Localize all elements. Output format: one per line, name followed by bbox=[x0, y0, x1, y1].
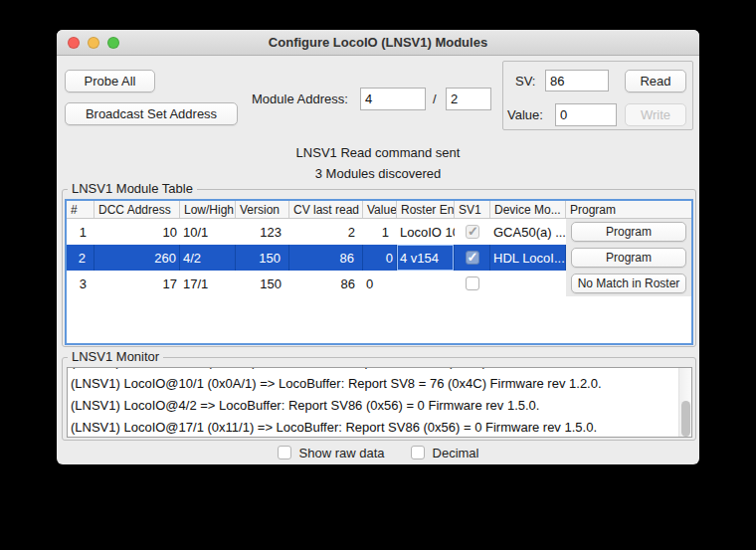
table-header: # DCC Address Low/High Version CV last r… bbox=[67, 201, 691, 219]
show-raw-data-label: Show raw data bbox=[299, 446, 385, 460]
cell-cv: 86 bbox=[289, 245, 363, 271]
cell-version: 150 bbox=[236, 271, 289, 296]
module-address-input[interactable] bbox=[360, 88, 426, 110]
cell-version: 123 bbox=[236, 219, 289, 245]
sv-value-panel: SV: Read Value: Write bbox=[502, 61, 693, 130]
monitor-text-area[interactable]: (LNSV1) LocoIO@10/1 (0x0A/1) => LocoBuff… bbox=[67, 367, 692, 438]
module-address-label: Module Address: bbox=[252, 92, 348, 106]
cell-dcc: 10 bbox=[94, 219, 180, 245]
write-button[interactable]: Write bbox=[625, 103, 686, 126]
sv1-checkbox[interactable] bbox=[466, 225, 479, 239]
column-header-version[interactable]: Version bbox=[236, 201, 289, 218]
cell-device bbox=[490, 271, 566, 296]
cell-roster-focused[interactable]: 4 v154 bbox=[397, 245, 455, 271]
cell-roster bbox=[397, 271, 455, 296]
broadcast-set-address-button[interactable]: Broadcast Set Address bbox=[65, 102, 238, 125]
module-table: # DCC Address Low/High Version CV last r… bbox=[65, 199, 693, 345]
no-match-in-roster-button[interactable]: No Match in Roster bbox=[571, 274, 686, 293]
column-header-dcc-address[interactable]: DCC Address bbox=[94, 201, 180, 218]
cell-sv1 bbox=[455, 219, 490, 245]
status-message: LNSV1 Read command sent bbox=[57, 145, 699, 160]
monitor-title: LNSV1 Monitor bbox=[68, 349, 163, 364]
cell-lowhigh: 10/1 bbox=[180, 219, 236, 245]
sv-input[interactable] bbox=[545, 70, 609, 92]
cell-version: 150 bbox=[236, 245, 289, 271]
monitor-lines: (LNSV1) LocoIO@10/1 (0x0A/1) => LocoBuff… bbox=[71, 368, 676, 438]
window-title: Configure LocoIO (LNSV1) Modules bbox=[57, 35, 699, 50]
value-input[interactable] bbox=[555, 103, 617, 126]
column-header-lowhigh[interactable]: Low/High bbox=[180, 201, 236, 218]
cell-cv: 86 bbox=[289, 271, 363, 296]
cell-num: 1 bbox=[67, 219, 94, 245]
column-header-program[interactable]: Program bbox=[566, 201, 691, 218]
module-table-title: LNSV1 Module Table bbox=[68, 181, 197, 196]
cell-value: 0 bbox=[363, 245, 397, 271]
show-raw-data-checkbox[interactable] bbox=[278, 446, 291, 459]
module-table-group: LNSV1 Module Table # DCC Address Low/Hig… bbox=[62, 189, 696, 347]
cell-program: Program bbox=[566, 245, 691, 271]
decimal-checkbox[interactable] bbox=[411, 446, 425, 459]
table-row[interactable]: 1 10 10/1 123 2 1 LocoIO 10 GCA50(a) ...… bbox=[67, 219, 691, 245]
modules-discovered-message: 3 Modules discovered bbox=[57, 166, 699, 181]
monitor-line: (LNSV1) LocoIO@4/2 => LocoBuffer: Report… bbox=[71, 395, 676, 417]
monitor-scrollbar-thumb[interactable] bbox=[681, 401, 690, 437]
program-button[interactable]: Program bbox=[571, 248, 686, 268]
monitor-line: (LNSV1) LocoIO@17/1 (0x11/1) => LocoBuff… bbox=[71, 417, 676, 438]
cell-value: 0 bbox=[363, 271, 397, 296]
decimal-label: Decimal bbox=[433, 446, 479, 460]
value-label: Value: bbox=[507, 107, 543, 122]
column-header-sv1[interactable]: SV1 bbox=[455, 201, 490, 218]
table-row-selected[interactable]: 2 260 4/2 150 86 0 4 v154 HDL LocoI... P… bbox=[67, 245, 691, 271]
cell-num: 3 bbox=[67, 271, 94, 296]
table-row[interactable]: 3 17 17/1 150 86 0 No Match in Roster bbox=[67, 271, 691, 296]
monitor-group: LNSV1 Monitor (LNSV1) LocoIO@10/1 (0x0A/… bbox=[62, 357, 696, 441]
cell-roster: LocoIO 10 bbox=[397, 219, 455, 245]
cell-sv1 bbox=[455, 245, 490, 271]
monitor-line: (LNSV1) LocoIO@10/1 (0x0A/1) => LocoBuff… bbox=[71, 373, 676, 395]
cell-sv1 bbox=[455, 271, 490, 296]
cell-dcc: 17 bbox=[94, 271, 180, 296]
cell-cv: 2 bbox=[289, 219, 363, 245]
cell-num: 2 bbox=[67, 245, 94, 271]
program-button[interactable]: Program bbox=[571, 222, 686, 242]
column-header-roster-entry[interactable]: Roster En... bbox=[397, 201, 455, 218]
monitor-scrollbar[interactable] bbox=[678, 368, 691, 437]
sv-label: SV: bbox=[515, 74, 535, 89]
configure-locoio-window: Configure LocoIO (LNSV1) Modules Probe A… bbox=[57, 30, 699, 464]
read-button[interactable]: Read bbox=[625, 70, 686, 92]
cell-program: No Match in Roster bbox=[566, 271, 691, 296]
sv1-checkbox[interactable] bbox=[466, 276, 479, 290]
column-header-device-model[interactable]: Device Mo... bbox=[490, 201, 566, 218]
cell-device: GCA50(a) ... bbox=[490, 219, 566, 245]
footer-options: Show raw data Decimal bbox=[57, 444, 699, 461]
column-header-value[interactable]: Value bbox=[363, 201, 397, 218]
column-header-cv-last-read[interactable]: CV last read bbox=[289, 201, 363, 218]
sv1-checkbox[interactable] bbox=[466, 251, 479, 265]
address-separator: / bbox=[433, 92, 437, 106]
cell-program: Program bbox=[566, 219, 691, 245]
cell-device: HDL LocoI... bbox=[490, 245, 566, 271]
cell-value: 1 bbox=[363, 219, 397, 245]
title-bar[interactable]: Configure LocoIO (LNSV1) Modules bbox=[57, 30, 699, 56]
cell-lowhigh: 4/2 bbox=[180, 245, 236, 271]
cell-dcc: 260 bbox=[94, 245, 180, 271]
column-header-num[interactable]: # bbox=[67, 201, 94, 218]
module-subaddress-input[interactable] bbox=[446, 88, 491, 110]
probe-all-button[interactable]: Probe All bbox=[65, 70, 155, 92]
cell-lowhigh: 17/1 bbox=[180, 271, 236, 296]
